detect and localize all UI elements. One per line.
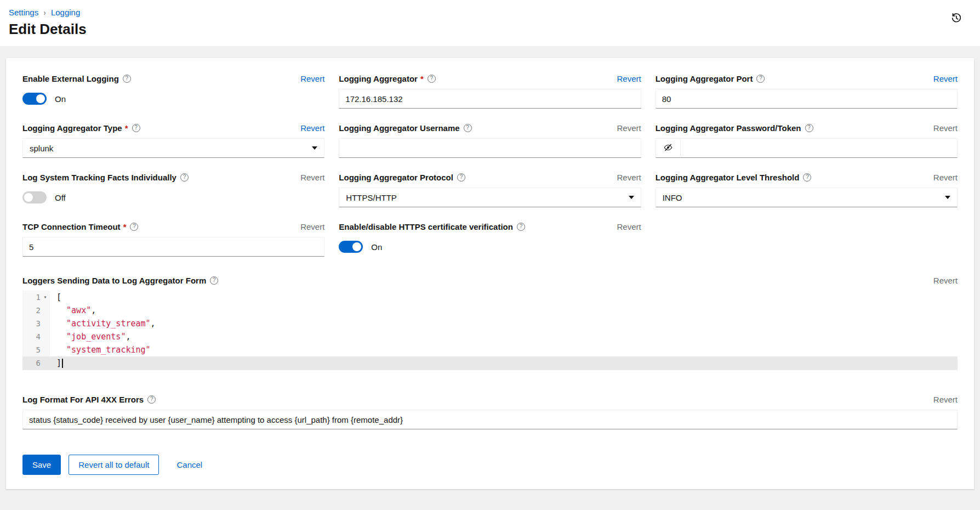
fold-arrow-icon[interactable]: ▾ [41,291,50,304]
help-icon[interactable]: ? [756,75,765,83]
required-asterisk: * [125,123,128,133]
help-icon[interactable]: ? [464,124,472,132]
field-logging-aggregator-port: Logging Aggregator Port ? Revert [656,73,958,109]
field-logging-aggregator: Logging Aggregator * ? Revert [339,73,641,109]
line-number: 1 [36,291,41,304]
help-icon[interactable]: ? [132,124,140,132]
form-actions: Save Revert all to default Cancel [22,455,958,475]
field-log-system-tracking: Log System Tracking Facts Individually ?… [22,172,324,207]
field-label: Logging Aggregator [339,74,418,83]
code-line-content[interactable]: "system_tracking" [50,343,958,356]
logging-aggregator-password-input[interactable] [681,138,958,158]
revert-link[interactable]: Revert [617,222,641,231]
log-format-input[interactable] [22,410,958,429]
field-label: Enable External Logging [22,74,119,83]
line-number: 2 [36,304,41,317]
field-label: Logging Aggregator Username [339,123,459,133]
field-logging-aggregator-protocol: Logging Aggregator Protocol ? Revert HTT… [339,172,641,207]
code-line: 1▾ [ [22,291,958,304]
code-editor[interactable]: 1▾ [ 2 "awx", 3 "activity_stream", 4 "jo… [22,291,958,370]
field-label: Log System Tracking Facts Individually [22,173,176,182]
select-value: INFO [663,193,682,202]
revert-link[interactable]: Revert [933,74,958,83]
toggle-knob [24,193,33,202]
tcp-connection-timeout-input[interactable] [22,237,324,257]
toggle-state-label: On [55,94,66,104]
line-number: 4 [36,330,41,343]
logging-aggregator-protocol-select[interactable]: HTTPS/HTTP [339,188,641,207]
logging-aggregator-port-input[interactable] [656,89,958,109]
chevron-down-icon [629,196,634,199]
logging-settings-page: Settings › Logging Edit Details Enable E… [0,0,980,489]
log-system-tracking-toggle[interactable] [22,191,47,203]
code-line-content[interactable]: [ [50,291,958,304]
logging-aggregator-level-select[interactable]: INFO [656,188,958,207]
help-icon[interactable]: ? [428,75,436,83]
https-cert-verification-toggle[interactable] [339,241,363,253]
code-line: 4 "job_events", [22,330,958,343]
revert-link[interactable]: Revert [933,123,958,133]
breadcrumb-logging-link[interactable]: Logging [51,8,80,17]
enable-external-logging-toggle[interactable] [22,93,47,105]
field-label: Logging Aggregator Protocol [339,173,453,182]
edit-details-card: Enable External Logging ? Revert On Logg… [6,58,974,489]
help-icon[interactable]: ? [805,124,813,132]
help-icon[interactable]: ? [517,223,525,231]
line-number: 5 [36,343,41,356]
settings-form: Enable External Logging ? Revert On Logg… [22,73,958,257]
field-enable-external-logging: Enable External Logging ? Revert On [22,73,324,109]
code-line-active: 6 ] [22,356,958,370]
logging-aggregator-input[interactable] [339,89,641,109]
revert-link[interactable]: Revert [617,74,641,83]
toggle-state-label: On [371,242,382,252]
revert-all-button[interactable]: Revert all to default [69,455,159,475]
chevron-down-icon [312,146,317,150]
help-icon[interactable]: ? [147,395,156,404]
breadcrumb-separator: › [43,8,46,17]
breadcrumb-settings-link[interactable]: Settings [9,8,38,17]
page-title: Edit Details [9,21,964,38]
log-format-section: Log Format For API 4XX Errors ? Revert [22,394,958,429]
revert-link[interactable]: Revert [933,173,958,182]
help-icon[interactable]: ? [123,75,131,83]
save-button[interactable]: Save [22,455,61,475]
code-line-content[interactable]: ] [50,356,958,370]
field-label: Log Format For API 4XX Errors [22,395,144,404]
code-line: 5 "system_tracking" [22,343,958,356]
revert-link[interactable]: Revert [933,395,958,404]
history-icon[interactable] [948,10,965,28]
toggle-state-label: Off [55,193,66,202]
code-line-content[interactable]: "job_events", [50,330,958,343]
code-line-content[interactable]: "activity_stream", [50,317,958,330]
line-number: 6 [36,356,41,370]
eye-slash-icon [663,143,673,154]
revert-link[interactable]: Revert [933,276,958,285]
logging-aggregator-username-input[interactable] [339,138,641,158]
code-line: 2 "awx", [22,304,958,317]
page-header: Settings › Logging Edit Details [0,0,980,46]
text-cursor [62,359,63,368]
required-asterisk: * [420,74,424,83]
field-logging-aggregator-username: Logging Aggregator Username ? Revert [339,123,641,158]
code-line: 3 "activity_stream", [22,317,958,330]
help-icon[interactable]: ? [130,223,138,231]
field-label: Enable/disable HTTPS certificate verific… [339,222,513,231]
help-icon[interactable]: ? [803,173,811,182]
revert-link[interactable]: Revert [300,222,324,231]
select-value: splunk [30,144,53,153]
revert-link[interactable]: Revert [300,123,324,133]
empty-grid-cell [656,222,958,257]
logging-aggregator-type-select[interactable]: splunk [22,138,324,158]
revert-link[interactable]: Revert [300,74,324,83]
revert-link[interactable]: Revert [617,123,641,133]
help-icon[interactable]: ? [180,173,189,182]
help-icon[interactable]: ? [210,276,218,285]
help-icon[interactable]: ? [457,173,465,182]
field-label: Logging Aggregator Port [656,74,753,83]
revert-link[interactable]: Revert [617,173,641,182]
code-line-content[interactable]: "awx", [50,304,958,317]
password-input-group [656,138,958,158]
password-visibility-toggle[interactable] [656,138,681,158]
revert-link[interactable]: Revert [300,173,324,182]
cancel-button[interactable]: Cancel [171,455,208,474]
